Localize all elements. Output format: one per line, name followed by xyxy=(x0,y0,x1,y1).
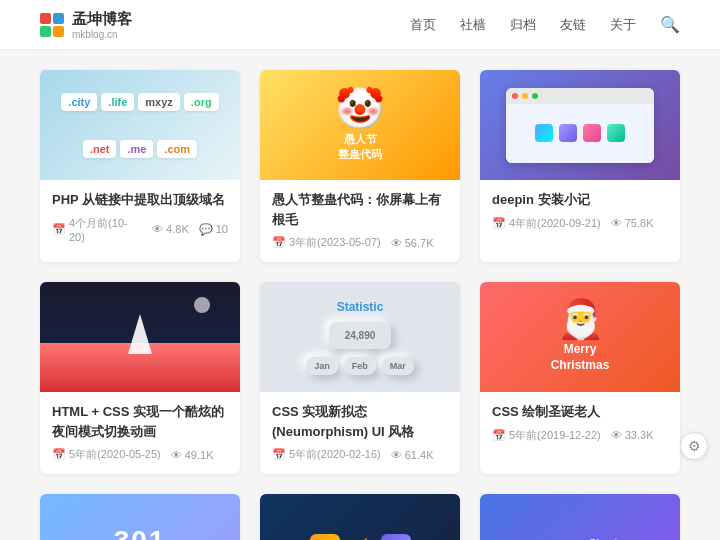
logo[interactable]: 孟坤博客 mkblog.cn xyxy=(40,10,132,40)
main-content: .city .life mxyz .org .net .me .com PHP … xyxy=(0,50,720,540)
card-9-thumb: Kod Cloud 可道云 xyxy=(480,494,680,540)
nav-about[interactable]: 关于 xyxy=(610,16,636,34)
card-3-meta: 📅 4年前(2020-09-21) 👁 75.8K xyxy=(492,216,668,231)
site-name: 孟坤博客 xyxy=(72,10,132,29)
card-2-title: 愚人节整蛊代码：你屏幕上有根毛 xyxy=(272,190,448,229)
card-1-thumb: .city .life mxyz .org .net .me .com xyxy=(40,70,240,180)
card-3-thumb xyxy=(480,70,680,180)
card-4-body: HTML + CSS 实现一个酷炫的夜间模式切换动画 📅 5年前(2020-05… xyxy=(40,392,240,474)
card-6-meta: 📅 5年前(2019-12-22) 👁 33.3K xyxy=(492,428,668,443)
site-domain: mkblog.cn xyxy=(72,29,132,40)
nav-bookmark[interactable]: 社樯 xyxy=(460,16,486,34)
santa-icon: 🎅 xyxy=(557,300,604,338)
search-button[interactable]: 🔍 xyxy=(660,15,680,34)
logo-icon xyxy=(40,13,64,37)
card-4-meta: 📅 5年前(2020-05-25) 👁 49.1K xyxy=(52,447,228,462)
card-2-thumb: 🤡 愚人节整蛊代码 xyxy=(260,70,460,180)
main-nav: 首页 社樯 归档 友链 关于 🔍 xyxy=(410,15,680,34)
card-4-title: HTML + CSS 实现一个酷炫的夜间模式切换动画 xyxy=(52,402,228,441)
card-5-title: CSS 实现新拟态(Neumorphism) UI 风格 xyxy=(272,402,448,441)
card-6[interactable]: 🎅 MerryChristmas CSS 绘制圣诞老人 📅 5年前(2019-1… xyxy=(480,282,680,474)
card-1[interactable]: .city .life mxyz .org .net .me .com PHP … xyxy=(40,70,240,262)
card-8-thumb: 🖥 ⚡ 💻 xyxy=(260,494,460,540)
card-1-comments: 💬 10 xyxy=(199,223,228,236)
card-7-thumb: 301 短 网 址 还 原 xyxy=(40,494,240,540)
card-1-meta: 📅 4个月前(10-20) 👁 4.8K 💬 10 xyxy=(52,216,228,243)
kod-logo-text: Kod xyxy=(537,536,583,540)
kod-cloud-label: Cloud xyxy=(588,537,617,541)
card-4-date: 📅 5年前(2020-05-25) xyxy=(52,447,161,462)
site-header: 孟坤博客 mkblog.cn 首页 社樯 归档 友链 关于 🔍 xyxy=(0,0,720,50)
card-3-date: 📅 4年前(2020-09-21) xyxy=(492,216,601,231)
card-3-body: deepin 安装小记 📅 4年前(2020-09-21) 👁 75.8K xyxy=(480,180,680,243)
card-grid: .city .life mxyz .org .net .me .com PHP … xyxy=(40,70,680,540)
card-2-body: 愚人节整蛊代码：你屏幕上有根毛 📅 3年前(2023-05-07) 👁 56.7… xyxy=(260,180,460,262)
card-5-date: 📅 5年前(2020-02-16) xyxy=(272,447,381,462)
card-6-date: 📅 5年前(2019-12-22) xyxy=(492,428,601,443)
card-4-views: 👁 49.1K xyxy=(171,449,214,461)
card-8[interactable]: 🖥 ⚡ 💻 服务器选购指南 📅 5年前(2019-10-26) 👁 45K 💬 … xyxy=(260,494,460,540)
card-4-thumb xyxy=(40,282,240,392)
fool-character: 🤡 xyxy=(335,88,385,128)
deepin-window xyxy=(506,88,653,163)
logo-text: 孟坤博客 mkblog.cn xyxy=(72,10,132,40)
card-7[interactable]: 301 短 网 址 还 原 PHP 实现'万能'的短网址还原 📅 5年前(201… xyxy=(40,494,240,540)
card-1-date: 📅 4个月前(10-20) xyxy=(52,216,142,243)
nav-home[interactable]: 首页 xyxy=(410,16,436,34)
card-4[interactable]: HTML + CSS 实现一个酷炫的夜间模式切换动画 📅 5年前(2020-05… xyxy=(40,282,240,474)
card-6-title: CSS 绘制圣诞老人 xyxy=(492,402,668,422)
card-5-views: 👁 61.4K xyxy=(391,449,434,461)
merry-christmas-text: MerryChristmas xyxy=(551,342,610,373)
card-6-thumb: 🎅 MerryChristmas xyxy=(480,282,680,392)
neu-logo-text: Statistic xyxy=(337,300,384,314)
card-1-views: 👁 4.8K xyxy=(152,223,189,235)
nav-archive[interactable]: 归档 xyxy=(510,16,536,34)
card-5-body: CSS 实现新拟态(Neumorphism) UI 风格 📅 5年前(2020-… xyxy=(260,392,460,474)
card-2-date: 📅 3年前(2023-05-07) xyxy=(272,235,381,250)
card-2-meta: 📅 3年前(2023-05-07) 👁 56.7K xyxy=(272,235,448,250)
fool-label: 愚人节整蛊代码 xyxy=(338,132,382,162)
card-5[interactable]: Statistic 24,890 Jan Feb Mar CSS 实现新拟态(N… xyxy=(260,282,460,474)
card-3[interactable]: deepin 安装小记 📅 4年前(2020-09-21) 👁 75.8K xyxy=(480,70,680,262)
card-6-views: 👁 33.3K xyxy=(611,429,654,441)
card-2-views: 👁 56.7K xyxy=(391,237,434,249)
settings-button[interactable]: ⚙ xyxy=(680,432,708,460)
card-6-body: CSS 绘制圣诞老人 📅 5年前(2019-12-22) 👁 33.3K xyxy=(480,392,680,455)
card-2[interactable]: 🤡 愚人节整蛊代码 愚人节整蛊代码：你屏幕上有根毛 📅 3年前(2023-05-… xyxy=(260,70,460,262)
url-301-text: 301 xyxy=(114,525,167,541)
server-visual: 🖥 ⚡ 💻 xyxy=(310,534,411,540)
nav-links[interactable]: 友链 xyxy=(560,16,586,34)
card-3-views: 👁 75.8K xyxy=(611,217,654,229)
card-1-body: PHP 从链接中提取出顶级域名 📅 4个月前(10-20) 👁 4.8K 💬 1… xyxy=(40,180,240,255)
card-5-meta: 📅 5年前(2020-02-16) 👁 61.4K xyxy=(272,447,448,462)
card-5-thumb: Statistic 24,890 Jan Feb Mar xyxy=(260,282,460,392)
card-3-title: deepin 安装小记 xyxy=(492,190,668,210)
neu-card-mock: 24,890 xyxy=(329,322,392,349)
card-9[interactable]: Kod Cloud 可道云 可道云插件：PSD 看图、全景图查看器以及 X 探针… xyxy=(480,494,680,540)
card-1-title: PHP 从链接中提取出顶级域名 xyxy=(52,190,228,210)
